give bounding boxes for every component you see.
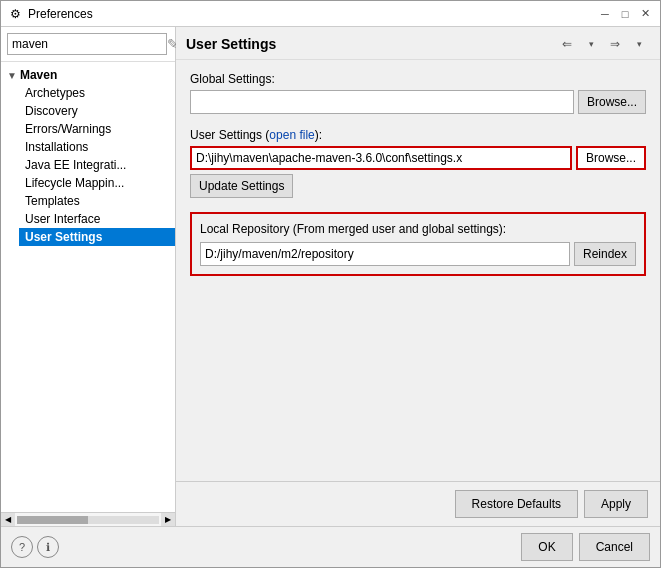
panel-header: User Settings ⇐ ▾ ⇒ ▾: [176, 27, 660, 60]
ok-cancel-buttons: OK Cancel: [521, 533, 650, 561]
window-title: Preferences: [28, 7, 596, 21]
local-repository-section: Local Repository (From merged user and g…: [190, 212, 646, 276]
tree-children: Archetypes Discovery Errors/Warnings Ins…: [1, 84, 175, 246]
local-repository-input-row: Reindex: [200, 242, 636, 266]
user-settings-input[interactable]: [190, 146, 572, 170]
user-settings-browse-button[interactable]: Browse...: [576, 146, 646, 170]
ok-button[interactable]: OK: [521, 533, 572, 561]
scroll-thumb: [17, 516, 88, 524]
panel-title: User Settings: [186, 36, 276, 52]
user-settings-label-suffix: ):: [315, 128, 322, 142]
restore-defaults-button[interactable]: Restore Defaults: [455, 490, 578, 518]
help-icons: ? ℹ: [11, 536, 59, 558]
preferences-window: ⚙ Preferences ─ □ ✕ ✎ ▼ Maven Archetypes: [0, 0, 661, 568]
update-settings-button[interactable]: Update Settings: [190, 174, 293, 198]
nav-back-button[interactable]: ⇐: [556, 33, 578, 55]
global-settings-label: Global Settings:: [190, 72, 646, 86]
help-button[interactable]: ?: [11, 536, 33, 558]
info-button[interactable]: ℹ: [37, 536, 59, 558]
local-repository-label: Local Repository (From merged user and g…: [200, 222, 636, 236]
search-box: ✎: [1, 27, 175, 62]
main-content: ✎ ▼ Maven Archetypes Discovery Errors/Wa…: [1, 27, 660, 526]
cancel-button[interactable]: Cancel: [579, 533, 650, 561]
tree-parent-label: Maven: [20, 68, 57, 82]
title-bar-controls: ─ □ ✕: [596, 5, 654, 23]
global-settings-input-row: Browse...: [190, 90, 646, 114]
local-repository-input[interactable]: [200, 242, 570, 266]
apply-button[interactable]: Apply: [584, 490, 648, 518]
nav-forward-button[interactable]: ⇒: [604, 33, 626, 55]
global-settings-browse-button[interactable]: Browse...: [578, 90, 646, 114]
scroll-right-button[interactable]: ▶: [161, 513, 175, 527]
user-settings-label-prefix: User Settings (: [190, 128, 269, 142]
tree-child-templates[interactable]: Templates: [19, 192, 175, 210]
very-bottom-bar: ? ℹ OK Cancel: [1, 526, 660, 567]
maximize-button[interactable]: □: [616, 5, 634, 23]
window-icon: ⚙: [7, 6, 23, 22]
panel-body: Global Settings: Browse... User Settings…: [176, 60, 660, 481]
minimize-button[interactable]: ─: [596, 5, 614, 23]
reindex-button[interactable]: Reindex: [574, 242, 636, 266]
right-panel: User Settings ⇐ ▾ ⇒ ▾ Global Settings: B…: [176, 27, 660, 526]
bottom-bar: Restore Defaults Apply: [176, 481, 660, 526]
open-file-link[interactable]: open file: [269, 128, 314, 142]
tree-child-user-interface[interactable]: User Interface: [19, 210, 175, 228]
title-bar: ⚙ Preferences ─ □ ✕: [1, 1, 660, 27]
search-input[interactable]: [7, 33, 167, 55]
tree-arrow-icon: ▼: [7, 70, 17, 81]
left-panel-scrollbar: ◀ ▶: [1, 512, 175, 526]
tree-child-archetypes[interactable]: Archetypes: [19, 84, 175, 102]
tree-child-java-ee[interactable]: Java EE Integrati...: [19, 156, 175, 174]
left-panel: ✎ ▼ Maven Archetypes Discovery Errors/Wa…: [1, 27, 176, 526]
user-settings-section: User Settings (open file): Browse... Upd…: [190, 128, 646, 198]
tree-child-user-settings[interactable]: User Settings: [19, 228, 175, 246]
scroll-left-button[interactable]: ◀: [1, 513, 15, 527]
user-settings-input-row: Browse...: [190, 146, 646, 170]
nav-forward-dropdown-button[interactable]: ▾: [628, 33, 650, 55]
global-settings-section: Global Settings: Browse...: [190, 72, 646, 114]
tree-parent-maven[interactable]: ▼ Maven: [1, 66, 175, 84]
global-settings-input[interactable]: [190, 90, 574, 114]
user-settings-label: User Settings (open file):: [190, 128, 646, 142]
panel-nav: ⇐ ▾ ⇒ ▾: [556, 33, 650, 55]
nav-back-dropdown-button[interactable]: ▾: [580, 33, 602, 55]
tree-child-installations[interactable]: Installations: [19, 138, 175, 156]
tree-child-errors-warnings[interactable]: Errors/Warnings: [19, 120, 175, 138]
scroll-track: [17, 516, 159, 524]
tree-child-discovery[interactable]: Discovery: [19, 102, 175, 120]
close-button[interactable]: ✕: [636, 5, 654, 23]
update-settings-wrapper: Update Settings: [190, 174, 646, 198]
tree-child-lifecycle[interactable]: Lifecycle Mappin...: [19, 174, 175, 192]
tree-area: ▼ Maven Archetypes Discovery Errors/Warn…: [1, 62, 175, 512]
